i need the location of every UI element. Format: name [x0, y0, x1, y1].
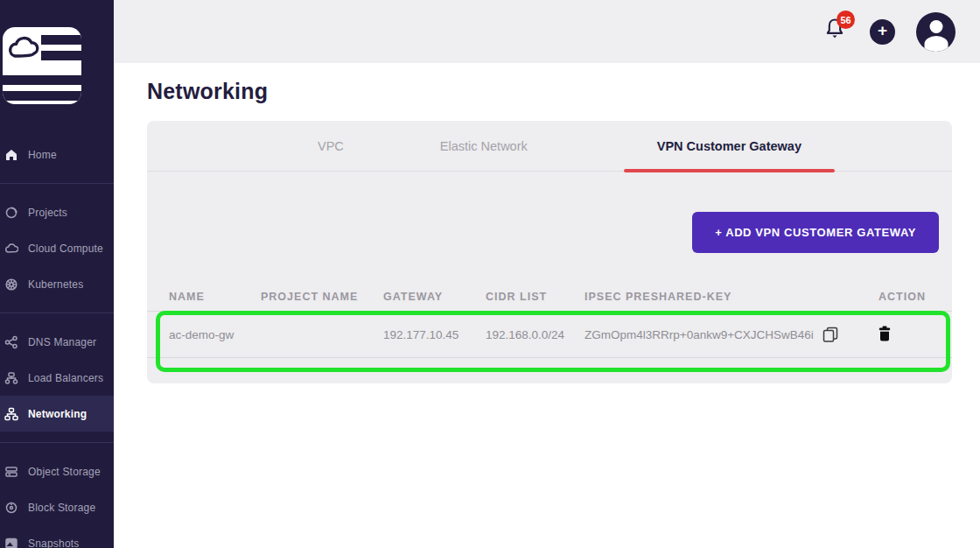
networking-icon	[4, 406, 18, 421]
sidebar: Home Projects Cloud Compute Kubernetes	[0, 0, 114, 548]
column-header-name: NAME	[169, 291, 261, 303]
sidebar-item-label: Networking	[28, 408, 87, 420]
avatar-body-glyph	[924, 36, 948, 52]
tab-bar: VPC Elastic Network VPN Customer Gateway	[147, 121, 952, 172]
sidebar-item-label: Snapshots	[28, 537, 80, 548]
dns-manager-icon	[4, 334, 18, 349]
cell-cidr: 192.168.0.0/24	[486, 328, 584, 341]
table-row: ac-demo-gw 192.177.10.45 192.168.0.0/24 …	[147, 311, 952, 358]
column-header-cidr: CIDR LIST	[486, 291, 584, 303]
home-icon	[4, 147, 18, 162]
cell-action	[878, 326, 952, 344]
column-header-gateway: GATEWAY	[383, 291, 486, 303]
sidebar-item-cloud-compute[interactable]: Cloud Compute	[0, 230, 114, 266]
sidebar-divider	[0, 313, 114, 313]
delete-row-button[interactable]	[878, 326, 891, 341]
main-content: Networking VPC Elastic Network VPN Custo…	[114, 63, 980, 548]
networking-card: VPC Elastic Network VPN Customer Gateway…	[147, 121, 952, 383]
notification-badge: 56	[836, 11, 855, 29]
sidebar-item-label: Load Balancers	[28, 372, 103, 384]
sidebar-item-label: Kubernetes	[28, 278, 83, 291]
sidebar-item-label: Block Storage	[28, 502, 95, 514]
sidebar-item-object-storage[interactable]: Object Storage	[0, 453, 114, 489]
trash-icon	[878, 326, 891, 341]
block-storage-icon	[4, 500, 18, 515]
sidebar-item-snapshots[interactable]: Snapshots	[0, 525, 114, 548]
user-avatar[interactable]	[916, 12, 956, 52]
sidebar-item-label: Home	[28, 149, 57, 161]
sidebar-item-label: Projects	[28, 207, 67, 219]
projects-icon	[4, 205, 18, 220]
sidebar-item-label: Object Storage	[28, 466, 101, 478]
sidebar-item-dns-manager[interactable]: DNS Manager	[0, 324, 114, 360]
ipsec-key-text: ZGmOpm4l3RRrp+0ankw9+CXJCHSwB46i	[584, 328, 814, 341]
cloud-compute-icon	[4, 241, 18, 256]
sidebar-item-kubernetes[interactable]: Kubernetes	[0, 266, 114, 302]
column-header-action: ACTION	[878, 291, 952, 303]
sidebar-item-networking[interactable]: Networking	[0, 396, 114, 432]
sidebar-item-load-balancers[interactable]: Load Balancers	[0, 360, 114, 396]
tab-panel-vpn-customer-gateway: + ADD VPN CUSTOMER GATEWAY NAME PROJECT …	[147, 172, 952, 358]
table-header-row: NAME PROJECT NAME GATEWAY CIDR LIST IPSE…	[147, 291, 952, 303]
sidebar-item-block-storage[interactable]: Block Storage	[0, 489, 114, 525]
topbar: 56 +	[114, 0, 980, 63]
sidebar-divider	[0, 442, 114, 443]
sidebar-item-label: DNS Manager	[28, 336, 96, 348]
copy-key-button[interactable]	[822, 327, 838, 342]
cell-ipsec-key: ZGmOpm4l3RRrp+0ankw9+CXJCHSwB46i	[584, 327, 878, 342]
add-new-button[interactable]: +	[870, 19, 895, 45]
page-title: Networking	[147, 79, 980, 104]
load-balancers-icon	[4, 370, 18, 385]
app-logo[interactable]	[3, 27, 114, 108]
sidebar-divider	[0, 183, 114, 184]
tab-vpc[interactable]: VPC	[318, 121, 344, 171]
add-vpn-customer-gateway-button[interactable]: + ADD VPN CUSTOMER GATEWAY	[692, 212, 939, 253]
copy-icon	[822, 327, 838, 342]
cell-name: ac-demo-gw	[169, 328, 261, 341]
snapshots-icon	[4, 536, 18, 548]
kubernetes-icon	[4, 277, 18, 292]
column-header-project: PROJECT NAME	[261, 291, 383, 303]
notifications-button[interactable]: 56	[822, 16, 849, 47]
column-header-ipsec: IPSEC PRESHARED-KEY	[584, 291, 878, 303]
sidebar-item-home[interactable]: Home	[0, 137, 114, 172]
sidebar-item-projects[interactable]: Projects	[0, 194, 114, 230]
tab-vpn-customer-gateway[interactable]: VPN Customer Gateway	[624, 121, 835, 171]
sidebar-nav: Home Projects Cloud Compute Kubernetes	[0, 137, 114, 548]
tab-elastic-network[interactable]: Elastic Network	[440, 121, 528, 171]
object-storage-icon	[4, 464, 18, 479]
avatar-head-glyph	[929, 20, 942, 33]
cell-gateway: 192.177.10.45	[383, 328, 486, 341]
sidebar-item-label: Cloud Compute	[28, 242, 103, 255]
